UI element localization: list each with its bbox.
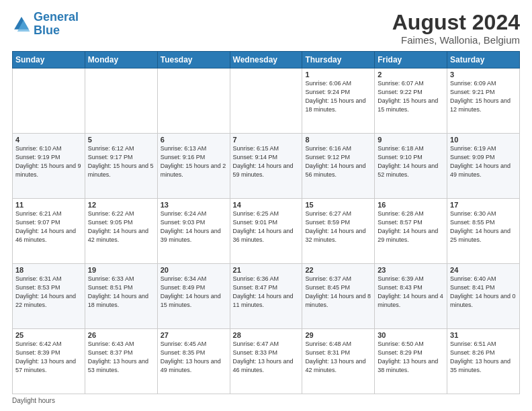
- day-number: 6: [161, 136, 227, 144]
- calendar-week-row: 18Sunrise: 6:31 AMSunset: 8:53 PMDayligh…: [13, 264, 520, 329]
- table-row: 18Sunrise: 6:31 AMSunset: 8:53 PMDayligh…: [13, 264, 85, 329]
- day-info: Sunrise: 6:30 AMSunset: 8:55 PMDaylight:…: [450, 210, 517, 244]
- logo-icon: [12, 15, 31, 34]
- main-title: August 2024: [392, 11, 520, 34]
- table-row: 21Sunrise: 6:36 AMSunset: 8:47 PMDayligh…: [230, 264, 302, 329]
- day-info: Sunrise: 6:31 AMSunset: 8:53 PMDaylight:…: [15, 275, 82, 310]
- day-info: Sunrise: 6:40 AMSunset: 8:41 PMDaylight:…: [450, 275, 517, 310]
- table-row: 28Sunrise: 6:47 AMSunset: 8:33 PMDayligh…: [230, 329, 302, 394]
- day-info: Sunrise: 6:12 AMSunset: 9:17 PMDaylight:…: [88, 144, 154, 179]
- calendar-week-row: 11Sunrise: 6:21 AMSunset: 9:07 PMDayligh…: [13, 199, 520, 264]
- table-row: 29Sunrise: 6:48 AMSunset: 8:31 PMDayligh…: [302, 329, 375, 394]
- day-number: 30: [378, 331, 444, 339]
- col-friday: Friday: [375, 52, 447, 68]
- day-info: Sunrise: 6:50 AMSunset: 8:29 PMDaylight:…: [378, 340, 444, 375]
- day-number: 5: [88, 136, 154, 144]
- footer-note: Daylight hours: [12, 397, 520, 404]
- day-number: 25: [15, 331, 82, 339]
- table-row: 6Sunrise: 6:13 AMSunset: 9:16 PMDaylight…: [157, 134, 230, 199]
- day-number: 14: [233, 201, 300, 209]
- table-row: 17Sunrise: 6:30 AMSunset: 8:55 PMDayligh…: [447, 199, 520, 264]
- table-row: 25Sunrise: 6:42 AMSunset: 8:39 PMDayligh…: [13, 329, 85, 394]
- col-saturday: Saturday: [447, 52, 520, 68]
- table-row: 9Sunrise: 6:18 AMSunset: 9:10 PMDaylight…: [375, 134, 447, 199]
- day-info: Sunrise: 6:48 AMSunset: 8:31 PMDaylight:…: [305, 340, 371, 375]
- table-row: 5Sunrise: 6:12 AMSunset: 9:17 PMDaylight…: [85, 134, 157, 199]
- day-number: 12: [88, 201, 154, 209]
- day-info: Sunrise: 6:39 AMSunset: 8:43 PMDaylight:…: [378, 275, 444, 310]
- day-number: 11: [15, 201, 82, 209]
- day-info: Sunrise: 6:43 AMSunset: 8:37 PMDaylight:…: [88, 340, 154, 375]
- day-info: Sunrise: 6:34 AMSunset: 8:49 PMDaylight:…: [161, 275, 227, 310]
- table-row: 10Sunrise: 6:19 AMSunset: 9:09 PMDayligh…: [447, 134, 520, 199]
- day-number: 10: [450, 136, 517, 144]
- table-row: 3Sunrise: 6:09 AMSunset: 9:21 PMDaylight…: [447, 68, 520, 134]
- col-thursday: Thursday: [302, 52, 375, 68]
- day-info: Sunrise: 6:28 AMSunset: 8:57 PMDaylight:…: [378, 210, 444, 244]
- calendar-header-row: Sunday Monday Tuesday Wednesday Thursday…: [13, 52, 520, 68]
- table-row: 30Sunrise: 6:50 AMSunset: 8:29 PMDayligh…: [375, 329, 447, 394]
- day-number: 2: [378, 71, 444, 79]
- day-info: Sunrise: 6:33 AMSunset: 8:51 PMDaylight:…: [88, 275, 154, 310]
- day-number: 28: [233, 331, 300, 339]
- table-row: 20Sunrise: 6:34 AMSunset: 8:49 PMDayligh…: [157, 264, 230, 329]
- table-row: 11Sunrise: 6:21 AMSunset: 9:07 PMDayligh…: [13, 199, 85, 264]
- day-number: 26: [88, 331, 154, 339]
- logo-line1: General: [34, 10, 79, 24]
- day-number: 19: [88, 266, 154, 274]
- day-info: Sunrise: 6:51 AMSunset: 8:26 PMDaylight:…: [450, 340, 517, 375]
- day-info: Sunrise: 6:10 AMSunset: 9:19 PMDaylight:…: [15, 144, 82, 179]
- day-number: 20: [161, 266, 227, 274]
- table-row: 13Sunrise: 6:24 AMSunset: 9:03 PMDayligh…: [157, 199, 230, 264]
- calendar-week-row: 25Sunrise: 6:42 AMSunset: 8:39 PMDayligh…: [13, 329, 520, 394]
- calendar-week-row: 1Sunrise: 6:06 AMSunset: 9:24 PMDaylight…: [13, 68, 520, 134]
- subtitle: Faimes, Wallonia, Belgium: [392, 34, 520, 46]
- day-info: Sunrise: 6:37 AMSunset: 8:45 PMDaylight:…: [305, 275, 371, 310]
- day-number: 1: [305, 71, 371, 79]
- day-info: Sunrise: 6:21 AMSunset: 9:07 PMDaylight:…: [15, 210, 82, 244]
- day-info: Sunrise: 6:22 AMSunset: 9:05 PMDaylight:…: [88, 210, 154, 244]
- day-info: Sunrise: 6:36 AMSunset: 8:47 PMDaylight:…: [233, 275, 300, 310]
- table-row: 15Sunrise: 6:27 AMSunset: 8:59 PMDayligh…: [302, 199, 375, 264]
- day-info: Sunrise: 6:15 AMSunset: 9:14 PMDaylight:…: [233, 144, 300, 179]
- day-number: 16: [378, 201, 444, 209]
- day-number: 15: [305, 201, 371, 209]
- logo-line2: Blue: [34, 24, 60, 37]
- day-number: 29: [305, 331, 371, 339]
- day-number: 8: [305, 136, 371, 144]
- day-info: Sunrise: 6:27 AMSunset: 8:59 PMDaylight:…: [305, 210, 371, 244]
- day-number: 23: [378, 266, 444, 274]
- col-monday: Monday: [85, 52, 157, 68]
- day-number: 27: [161, 331, 227, 339]
- day-number: 13: [161, 201, 227, 209]
- day-info: Sunrise: 6:47 AMSunset: 8:33 PMDaylight:…: [233, 340, 300, 375]
- day-info: Sunrise: 6:18 AMSunset: 9:10 PMDaylight:…: [378, 144, 444, 179]
- day-info: Sunrise: 6:25 AMSunset: 9:01 PMDaylight:…: [233, 210, 300, 244]
- table-row: 27Sunrise: 6:45 AMSunset: 8:35 PMDayligh…: [157, 329, 230, 394]
- col-tuesday: Tuesday: [157, 52, 230, 68]
- day-info: Sunrise: 6:09 AMSunset: 9:21 PMDaylight:…: [450, 79, 517, 114]
- table-row: 2Sunrise: 6:07 AMSunset: 9:22 PMDaylight…: [375, 68, 447, 134]
- day-info: Sunrise: 6:45 AMSunset: 8:35 PMDaylight:…: [161, 340, 227, 375]
- day-info: Sunrise: 6:07 AMSunset: 9:22 PMDaylight:…: [378, 79, 444, 114]
- table-row: [85, 68, 157, 134]
- day-number: 18: [15, 266, 82, 274]
- day-number: 7: [233, 136, 300, 144]
- day-number: 31: [450, 331, 517, 339]
- page: General Blue August 2024 Faimes, Walloni…: [0, 0, 532, 411]
- table-row: 12Sunrise: 6:22 AMSunset: 9:05 PMDayligh…: [85, 199, 157, 264]
- day-number: 4: [15, 136, 82, 144]
- calendar-week-row: 4Sunrise: 6:10 AMSunset: 9:19 PMDaylight…: [13, 134, 520, 199]
- day-info: Sunrise: 6:13 AMSunset: 9:16 PMDaylight:…: [161, 144, 227, 179]
- day-info: Sunrise: 6:19 AMSunset: 9:09 PMDaylight:…: [450, 144, 517, 179]
- table-row: 24Sunrise: 6:40 AMSunset: 8:41 PMDayligh…: [447, 264, 520, 329]
- table-row: 7Sunrise: 6:15 AMSunset: 9:14 PMDaylight…: [230, 134, 302, 199]
- logo: General Blue: [12, 11, 79, 38]
- day-number: 22: [305, 266, 371, 274]
- day-info: Sunrise: 6:42 AMSunset: 8:39 PMDaylight:…: [15, 340, 82, 375]
- table-row: 26Sunrise: 6:43 AMSunset: 8:37 PMDayligh…: [85, 329, 157, 394]
- table-row: 23Sunrise: 6:39 AMSunset: 8:43 PMDayligh…: [375, 264, 447, 329]
- title-block: August 2024 Faimes, Wallonia, Belgium: [392, 11, 520, 46]
- col-sunday: Sunday: [13, 52, 85, 68]
- table-row: [157, 68, 230, 134]
